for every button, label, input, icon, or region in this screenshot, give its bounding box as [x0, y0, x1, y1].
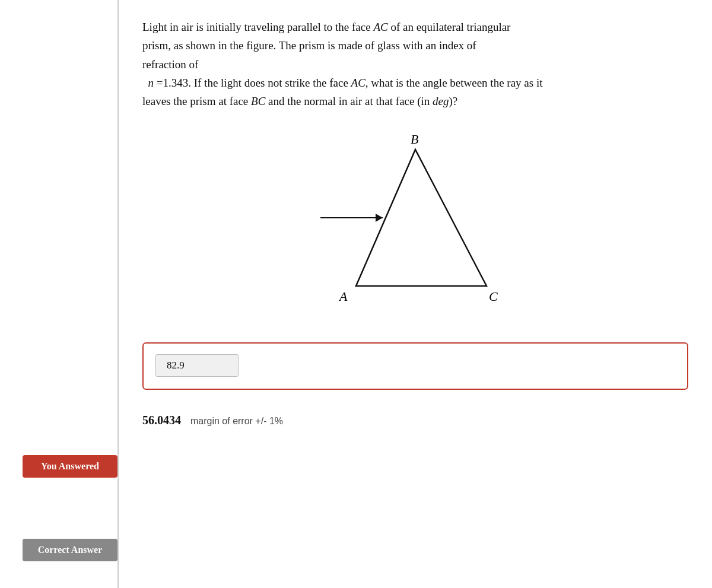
- label-b: B: [411, 132, 418, 147]
- correct-answer-value: 56.0434: [142, 414, 181, 427]
- prism-diagram: B A C: [314, 129, 516, 319]
- figure-area: B A C: [142, 129, 688, 319]
- question-line5: leaves the prism at face BC and the norm…: [142, 95, 457, 107]
- label-a: A: [338, 289, 348, 304]
- user-answer-value: 82.9: [155, 354, 239, 377]
- svg-marker-2: [376, 214, 383, 222]
- question-line3: refraction of: [142, 58, 198, 71]
- face-ac-first: AC: [373, 21, 387, 33]
- answer-section: 82.9: [142, 342, 688, 390]
- correct-answer-badge: Correct Answer: [23, 539, 117, 561]
- question-line2: prism, as shown in the figure. The prism…: [142, 39, 476, 52]
- question-line1: Light in air is initially traveling para…: [142, 21, 510, 33]
- question-text: Light in air is initially traveling para…: [142, 18, 676, 111]
- label-c: C: [489, 289, 498, 304]
- you-answered-badge: You Answered: [23, 455, 117, 478]
- correct-answer-row: 56.0434 margin of error +/- 1%: [142, 408, 688, 427]
- margin-of-error-note: margin of error +/- 1%: [190, 416, 283, 427]
- left-sidebar: You Answered Correct Answer: [0, 0, 119, 588]
- main-content: Light in air is initially traveling para…: [119, 0, 712, 588]
- question-line4: n =1.343. If the light does not strike t…: [142, 77, 542, 89]
